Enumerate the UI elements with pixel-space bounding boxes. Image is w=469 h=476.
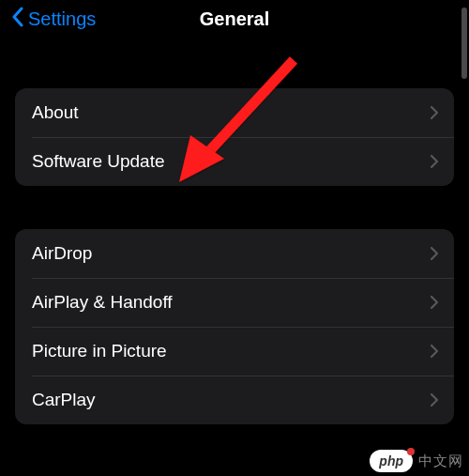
nav-header: Settings General [0,0,469,45]
row-label: Picture in Picture [32,341,167,361]
chevron-right-icon [430,246,439,261]
chevron-right-icon [430,105,439,120]
row-label: AirDrop [32,243,92,264]
settings-group-2: AirDrop AirPlay & Handoff Picture in Pic… [15,229,454,424]
watermark: php 中文网 [370,450,463,472]
row-label: CarPlay [32,390,96,410]
row-label: Software Update [32,151,165,172]
row-about[interactable]: About [15,88,454,137]
back-button[interactable]: Settings [11,7,96,32]
php-badge: php [370,450,413,472]
chevron-right-icon [430,295,439,310]
row-airdrop[interactable]: AirDrop [15,229,454,278]
back-label: Settings [28,8,96,30]
chevron-right-icon [430,154,439,169]
scrollbar-thumb[interactable] [461,8,467,79]
content-area: About Software Update AirDrop AirPlay & … [0,88,469,424]
row-label: AirPlay & Handoff [32,292,173,313]
chevron-right-icon [430,344,439,359]
settings-group-1: About Software Update [15,88,454,186]
chevron-right-icon [430,392,439,407]
page-title: General [200,8,269,30]
row-airplay-handoff[interactable]: AirPlay & Handoff [15,278,454,327]
row-carplay[interactable]: CarPlay [15,376,454,424]
chevron-left-icon [11,7,24,32]
row-label: About [32,102,79,123]
row-picture-in-picture[interactable]: Picture in Picture [15,327,454,376]
row-software-update[interactable]: Software Update [15,137,454,186]
watermark-text: 中文网 [418,453,463,470]
